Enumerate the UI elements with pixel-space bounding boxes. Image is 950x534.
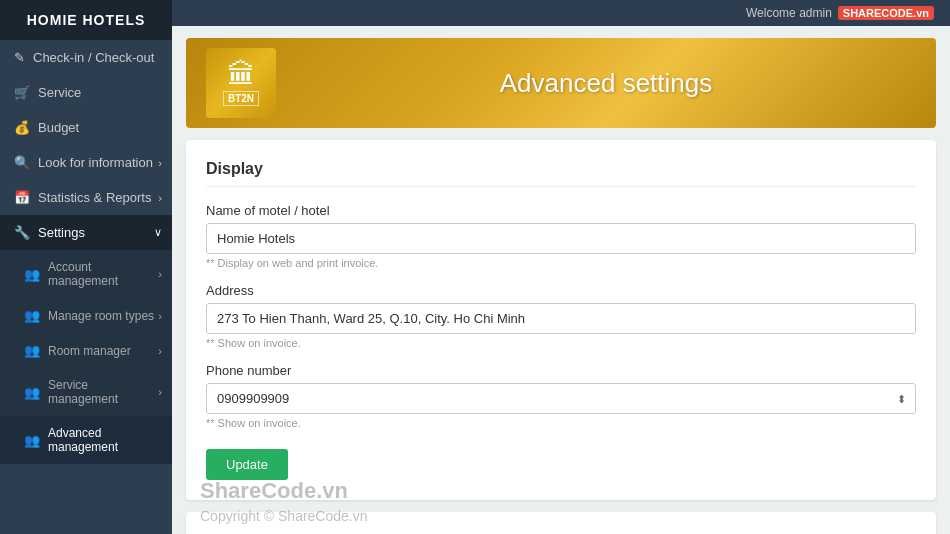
- roommanager-icon: 👥: [24, 343, 40, 358]
- sidebar-item-look-label: Look for information: [38, 155, 153, 170]
- look-icon: 🔍: [14, 155, 30, 170]
- topbar: Welcome admin SHARECODE.vn: [172, 0, 950, 26]
- sidebar-item-budget[interactable]: 💰 Budget: [0, 110, 172, 145]
- service-icon: 🛒: [14, 85, 30, 100]
- sidebar-item-servicemanagement[interactable]: 👥 Service management ›: [0, 368, 172, 416]
- servicemanagement-chevron-icon: ›: [158, 386, 162, 398]
- sidebar-item-roommanager-label: Room manager: [48, 344, 131, 358]
- sidebar-item-look[interactable]: 🔍 Look for information ›: [0, 145, 172, 180]
- roomtypes-chevron-icon: ›: [158, 310, 162, 322]
- sidebar-item-account[interactable]: 👥 Account management ›: [0, 250, 172, 298]
- phone-label: Phone number: [206, 363, 916, 378]
- welcome-text: Welcome admin: [746, 6, 832, 20]
- address-label: Address: [206, 283, 916, 298]
- budget-icon: 💰: [14, 120, 30, 135]
- sidebar-item-roomtypes[interactable]: 👥 Manage room types ›: [0, 298, 172, 333]
- account-icon: 👥: [24, 267, 40, 282]
- look-chevron-icon: ›: [158, 157, 162, 169]
- checkin-icon: ✎: [14, 50, 25, 65]
- sidebar-item-service[interactable]: 🛒 Service: [0, 75, 172, 110]
- sidebar-item-service-label: Service: [38, 85, 81, 100]
- statistics-icon: 📅: [14, 190, 30, 205]
- phone-group: Phone number ** Show on invoice.: [206, 363, 916, 429]
- building-icon: 🏛: [227, 61, 255, 89]
- hotel-name-label: Name of motel / hotel: [206, 203, 916, 218]
- sidebar-item-settings[interactable]: 🔧 Settings ∨: [0, 215, 172, 250]
- roomtypes-icon: 👥: [24, 308, 40, 323]
- sidebar-item-account-label: Account management: [48, 260, 158, 288]
- sidebar-item-settings-label: Settings: [38, 225, 85, 240]
- sidebar: HOMIE HOTELS ✎ Check-in / Check-out 🛒 Se…: [0, 0, 172, 534]
- sidebar-item-roommanager[interactable]: 👥 Room manager ›: [0, 333, 172, 368]
- sidebar-item-roomtypes-label: Manage room types: [48, 309, 154, 323]
- roommanager-chevron-icon: ›: [158, 345, 162, 357]
- settings-icon: 🔧: [14, 225, 30, 240]
- phone-hint: ** Show on invoice.: [206, 417, 916, 429]
- hotel-name-input[interactable]: [206, 223, 916, 254]
- hourly-section: Hourly rental specifications First hours…: [186, 512, 936, 534]
- app-logo: HOMIE HOTELS: [0, 0, 172, 40]
- hotel-name-hint: ** Display on web and print invoice.: [206, 257, 916, 269]
- servicemanagement-icon: 👥: [24, 385, 40, 400]
- address-group: Address ** Show on invoice.: [206, 283, 916, 349]
- sharecode-logo: SHARECODE.vn: [838, 6, 934, 20]
- phone-input[interactable]: [206, 383, 916, 414]
- hotel-name-group: Name of motel / hotel ** Display on web …: [206, 203, 916, 269]
- address-input[interactable]: [206, 303, 916, 334]
- sidebar-item-advanced-label: Advanced management: [48, 426, 158, 454]
- advanced-icon: 👥: [24, 433, 40, 448]
- update-button[interactable]: Update: [206, 449, 288, 480]
- statistics-chevron-icon: ›: [158, 192, 162, 204]
- sidebar-item-statistics[interactable]: 📅 Statistics & Reports ›: [0, 180, 172, 215]
- display-section: Display Name of motel / hotel ** Display…: [186, 140, 936, 500]
- account-chevron-icon: ›: [158, 268, 162, 280]
- main-content: Welcome admin SHARECODE.vn 🏛 BT2N Advanc…: [172, 0, 950, 534]
- sidebar-item-advanced[interactable]: 👥 Advanced management: [0, 416, 172, 464]
- phone-select-wrapper: [206, 383, 916, 414]
- page-title: Advanced settings: [296, 68, 916, 99]
- sidebar-item-statistics-label: Statistics & Reports: [38, 190, 151, 205]
- header-banner: 🏛 BT2N Advanced settings: [186, 38, 936, 128]
- sharecode-badge: SHARECODE.vn: [838, 6, 934, 20]
- sidebar-item-checkin-label: Check-in / Check-out: [33, 50, 154, 65]
- sidebar-item-budget-label: Budget: [38, 120, 79, 135]
- hotel-logo: 🏛 BT2N: [206, 48, 276, 118]
- address-hint: ** Show on invoice.: [206, 337, 916, 349]
- settings-chevron-icon: ∨: [154, 226, 162, 239]
- sidebar-item-servicemanagement-label: Service management: [48, 378, 158, 406]
- display-section-title: Display: [206, 160, 916, 187]
- brand-label: BT2N: [223, 91, 259, 106]
- sidebar-item-checkin[interactable]: ✎ Check-in / Check-out: [0, 40, 172, 75]
- settings-submenu: 👥 Account management › 👥 Manage room typ…: [0, 250, 172, 464]
